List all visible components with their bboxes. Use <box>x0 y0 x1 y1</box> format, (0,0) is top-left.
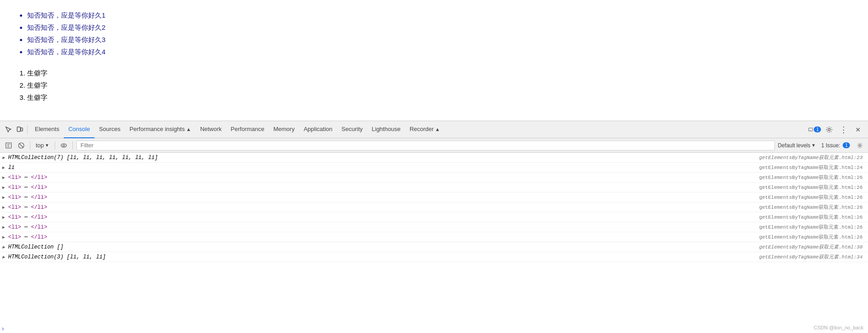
row-content: <li> ⋯ </li> <box>7 224 750 230</box>
issue-count-badge: 1 <box>843 142 850 148</box>
clear-console-button[interactable] <box>16 141 26 150</box>
tab-application[interactable]: Application <box>299 121 337 138</box>
tab-console[interactable]: Console <box>64 121 94 138</box>
context-selector[interactable]: top ▼ <box>34 141 51 150</box>
row-expand-icon[interactable]: ▶ <box>0 205 7 210</box>
row-link[interactable]: getElementsByTagName获取元素.html:23 <box>750 154 868 161</box>
row-expand-icon[interactable]: ▶ <box>0 215 7 220</box>
main-content: 知否知否，应是等你好久1知否知否，应是等你好久2知否知否，应是等你好久3知否知否… <box>0 0 868 121</box>
row-content: HTMLCollection(7) [li, li, li, li, li, l… <box>7 155 750 161</box>
issue-button[interactable]: 1 Issue: 1 <box>818 141 853 150</box>
row-link[interactable]: getElementsByTagName获取元素.html:26 <box>750 184 868 191</box>
console-toolbar: top ▼ Default levels ▼ 1 Issue: 1 <box>0 138 868 153</box>
row-content: <li> ⋯ </li> <box>7 184 750 191</box>
row-content: <li> ⋯ </li> <box>7 234 750 240</box>
row-content: <li> ⋯ </li> <box>7 194 750 201</box>
svg-line-6 <box>19 144 23 147</box>
ordered-item: 生僻字 <box>27 79 850 91</box>
settings-button[interactable] <box>823 123 835 136</box>
devtools-panel: ElementsConsoleSourcesPerformance insigh… <box>0 121 868 333</box>
console-row: ▶<li> ⋯ </li>getElementsByTagName获取元素.ht… <box>0 202 868 212</box>
tab-recorder[interactable]: Recorder▲ <box>405 121 444 138</box>
row-expand-icon[interactable]: ▶ <box>0 185 7 190</box>
console-row: ▶<li> ⋯ </li>getElementsByTagName获取元素.ht… <box>0 173 868 183</box>
tab-sources[interactable]: Sources <box>94 121 125 138</box>
svg-point-3 <box>828 128 830 131</box>
row-link[interactable]: getElementsByTagName获取元素.html:26 <box>750 174 868 181</box>
row-expand-icon[interactable]: ▶ <box>0 225 7 230</box>
row-expand-icon[interactable]: ▶ <box>0 155 7 160</box>
console-row: ▶HTMLCollection(7) [li, li, li, li, li, … <box>0 153 868 163</box>
console-row: ▶HTMLCollection(3) [li, li, li]getElemen… <box>0 252 868 262</box>
row-link[interactable]: getElementsByTagName获取元素.html:30 <box>750 244 868 250</box>
row-content: HTMLCollection [] <box>7 244 750 250</box>
close-devtools-button[interactable]: ✕ <box>852 123 864 136</box>
devtools-topbar: ElementsConsoleSourcesPerformance insigh… <box>0 121 868 138</box>
console-row: ▶ligetElementsByTagName获取元素.html:24 <box>0 163 868 173</box>
context-label: top <box>36 142 44 149</box>
row-expand-icon[interactable]: ▶ <box>0 254 7 260</box>
tab-badge-perf-insights: ▲ <box>186 127 191 132</box>
tab-performance[interactable]: Performance <box>226 121 269 138</box>
levels-dropdown-icon: ▼ <box>811 143 816 148</box>
row-link[interactable]: getElementsByTagName获取元素.html:26 <box>750 214 868 220</box>
row-link[interactable]: getElementsByTagName获取元素.html:24 <box>750 164 868 171</box>
row-link[interactable]: getElementsByTagName获取元素.html:26 <box>750 224 868 230</box>
svg-point-9 <box>859 144 861 146</box>
bullet-item: 知否知否，应是等你好久2 <box>27 21 850 33</box>
row-link[interactable]: getElementsByTagName获取元素.html:26 <box>750 234 868 240</box>
toolbar-separator-3 <box>72 141 73 150</box>
more-options-button[interactable]: ⋮ <box>837 123 850 136</box>
tab-badge-recorder: ▲ <box>435 127 440 132</box>
watermark: CSDN @lion_no_back <box>814 325 863 330</box>
row-link[interactable]: getElementsByTagName获取元素.html:26 <box>750 194 868 201</box>
toolbar-separator-2 <box>55 141 55 150</box>
console-input[interactable] <box>7 325 868 332</box>
tab-memory[interactable]: Memory <box>269 121 299 138</box>
issue-text: 1 Issue: <box>821 142 840 149</box>
row-expand-icon[interactable]: ▶ <box>0 244 7 250</box>
row-expand-icon[interactable]: ▶ <box>0 165 7 170</box>
row-content: <li> ⋯ </li> <box>7 174 750 181</box>
svg-rect-0 <box>17 127 20 131</box>
console-row: ▶<li> ⋯ </li>getElementsByTagName获取元素.ht… <box>0 222 868 232</box>
inspect-element-icon[interactable] <box>4 125 14 135</box>
eye-button[interactable] <box>59 141 69 150</box>
console-settings-button[interactable] <box>855 141 864 150</box>
default-levels-label: Default levels <box>778 142 810 149</box>
tab-security[interactable]: Security <box>337 121 367 138</box>
console-row: ▶<li> ⋯ </li>getElementsByTagName获取元素.ht… <box>0 183 868 192</box>
context-dropdown-icon: ▼ <box>45 143 49 148</box>
bullet-list: 知否知否，应是等你好久1知否知否，应是等你好久2知否知否，应是等你好久3知否知否… <box>18 9 850 58</box>
ordered-item: 生僻字 <box>27 67 850 79</box>
topbar-separator <box>27 125 28 134</box>
default-levels-dropdown[interactable]: Default levels ▼ <box>778 142 816 149</box>
row-content: <li> ⋯ </li> <box>7 214 750 220</box>
message-badge: 1 <box>814 127 821 132</box>
execute-button[interactable] <box>4 141 14 150</box>
console-row: ▶<li> ⋯ </li>getElementsByTagName获取元素.ht… <box>0 232 868 242</box>
bullet-item: 知否知否，应是等你好久1 <box>27 9 850 21</box>
row-link[interactable]: getElementsByTagName获取元素.html:34 <box>750 253 868 260</box>
row-expand-icon[interactable]: ▶ <box>0 195 7 200</box>
device-toolbar-icon[interactable] <box>14 125 24 135</box>
svg-point-8 <box>63 145 65 146</box>
row-content: <li> ⋯ </li> <box>7 204 750 211</box>
tab-list: ElementsConsoleSourcesPerformance insigh… <box>30 121 807 138</box>
prompt-icon: › <box>2 325 7 332</box>
row-expand-icon[interactable]: ▶ <box>0 235 7 240</box>
svg-rect-1 <box>21 128 23 131</box>
filter-input[interactable] <box>76 141 775 150</box>
console-row: ▶HTMLCollection []getElementsByTagName获取… <box>0 242 868 252</box>
console-row: ▶<li> ⋯ </li>getElementsByTagName获取元素.ht… <box>0 192 868 202</box>
messages-button[interactable]: 1 <box>808 123 821 136</box>
prompt-row: › <box>0 324 868 333</box>
tab-lighthouse[interactable]: Lighthouse <box>367 121 405 138</box>
svg-point-7 <box>61 144 66 147</box>
tab-network[interactable]: Network <box>196 121 226 138</box>
row-link[interactable]: getElementsByTagName获取元素.html:26 <box>750 204 868 211</box>
tab-elements[interactable]: Elements <box>30 121 64 138</box>
tab-perf-insights[interactable]: Performance insights▲ <box>125 121 196 138</box>
row-expand-icon[interactable]: ▶ <box>0 175 7 180</box>
ordered-item: 生僻字 <box>27 91 850 103</box>
